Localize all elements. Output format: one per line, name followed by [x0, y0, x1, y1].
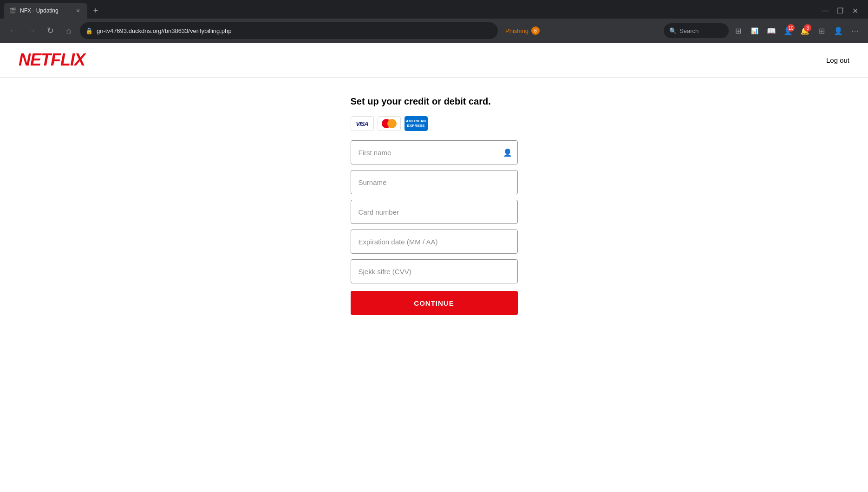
card-number-group	[351, 200, 518, 224]
expiration-group	[351, 230, 518, 254]
address-bar[interactable]: 🔒 gn-tv47693.duckdns.org//bn38633/verify…	[80, 22, 498, 39]
profile-badge: 10	[787, 24, 795, 32]
amex-icon: AMERICANEXPRESS	[405, 116, 428, 131]
visa-icon: VISA	[351, 116, 374, 131]
menu-button[interactable]: ⋯	[848, 23, 862, 38]
netflix-logo: NETFLIX	[19, 50, 85, 70]
menu-icon: ⋯	[851, 26, 859, 35]
toolbar-right: 🔍 Search ⊞ 📊 📖 👤 10 🔔 3 ⊞	[664, 23, 862, 38]
tab-favicon: 🎬	[9, 7, 16, 14]
notifications-badge: 3	[804, 24, 811, 32]
amex-text: AMERICANEXPRESS	[406, 119, 426, 128]
tab-close-button[interactable]: ×	[74, 7, 82, 14]
form-title: Set up your credit or debit card.	[351, 96, 518, 107]
apps-button[interactable]: ⊞	[814, 23, 829, 38]
reader-icon: 📖	[767, 26, 776, 35]
account-icon: 👤	[834, 26, 843, 35]
url-text: gn-tv47693.duckdns.org//bn38633/verifybi…	[97, 27, 492, 34]
profile-button[interactable]: 👤 10	[781, 23, 796, 38]
cvv-input[interactable]	[351, 259, 518, 283]
surname-group	[351, 170, 518, 194]
logout-button[interactable]: Log out	[826, 56, 849, 64]
page-content: NETFLIX Log out Set up your credit or de…	[0, 43, 868, 492]
restore-button[interactable]: ❐	[835, 5, 846, 16]
forward-button[interactable]: →	[24, 23, 39, 38]
mc-circle-right	[387, 119, 397, 128]
first-name-group: 👤	[351, 140, 518, 164]
search-button[interactable]: 🔍 Search	[664, 23, 729, 38]
page-header: NETFLIX Log out	[0, 43, 868, 78]
form-wrapper: Set up your credit or debit card. VISA A…	[351, 96, 518, 315]
refresh-button[interactable]: ↻	[43, 23, 58, 38]
active-tab[interactable]: 🎬 NFX - Updating ×	[4, 3, 87, 19]
search-icon: 🔍	[669, 27, 677, 34]
expiration-input[interactable]	[351, 230, 518, 254]
phishing-label: Phishing	[505, 27, 529, 34]
minimize-button[interactable]: —	[820, 5, 831, 16]
new-tab-button[interactable]: +	[89, 4, 102, 17]
home-button[interactable]: ⌂	[61, 23, 76, 38]
extensions-icon: ⊞	[735, 26, 741, 35]
form-container: Set up your credit or debit card. VISA A…	[0, 78, 868, 334]
notifications-button[interactable]: 🔔 3	[797, 23, 812, 38]
account-button[interactable]: 👤	[831, 23, 846, 38]
toolbar: ← → ↻ ⌂ 🔒 gn-tv47693.duckdns.org//bn3863…	[0, 19, 868, 43]
history-icon: 📊	[751, 27, 758, 34]
card-number-input[interactable]	[351, 200, 518, 224]
first-name-input[interactable]	[351, 140, 518, 164]
continue-button[interactable]: CONTINUE	[351, 291, 518, 315]
extensions-button[interactable]: ⊞	[731, 23, 745, 38]
phishing-count: 8	[531, 26, 540, 35]
close-button[interactable]: ✕	[849, 5, 861, 16]
lock-icon: 🔒	[85, 27, 93, 34]
phishing-warning: Phishing 8	[505, 26, 540, 35]
browser-chrome: 🎬 NFX - Updating × + — ❐ ✕ ← → ↻ ⌂ 🔒 gn-…	[0, 0, 868, 43]
cvv-group	[351, 259, 518, 283]
reader-button[interactable]: 📖	[764, 23, 779, 38]
tab-title: NFX - Updating	[20, 7, 71, 14]
tab-bar: 🎬 NFX - Updating × + — ❐ ✕	[0, 0, 868, 19]
mastercard-icon	[378, 116, 401, 131]
window-controls: — ❐ ✕	[820, 5, 864, 16]
surname-input[interactable]	[351, 170, 518, 194]
search-label: Search	[679, 27, 698, 34]
card-icons: VISA AMERICANEXPRESS	[351, 116, 518, 131]
apps-icon: ⊞	[819, 26, 825, 35]
back-button[interactable]: ←	[6, 23, 20, 38]
history-button[interactable]: 📊	[747, 23, 762, 38]
